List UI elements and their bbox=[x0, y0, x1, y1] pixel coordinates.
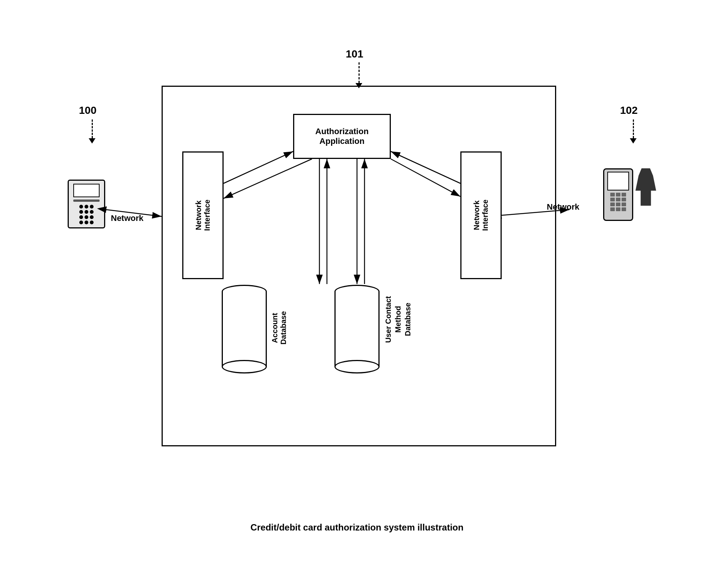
ni-right-label: NetworkInterface bbox=[472, 200, 490, 231]
ref-102-label: 102 bbox=[620, 104, 638, 116]
network-label-left: Network bbox=[111, 213, 144, 223]
cyl-mid-account bbox=[222, 292, 267, 367]
ucm-db-cylinder bbox=[334, 285, 380, 373]
phone-keys bbox=[610, 193, 626, 211]
account-db-label: AccountDatabase bbox=[271, 311, 288, 345]
ni-left-label: NetworkInterface bbox=[194, 200, 212, 231]
diagram-caption: Credit/debit card authorization system i… bbox=[251, 522, 464, 533]
auth-app-label: AuthorizationApplication bbox=[315, 127, 369, 146]
ucm-db-label: User ContactMethodDatabase bbox=[383, 296, 413, 343]
network-interface-left-box: NetworkInterface bbox=[182, 151, 224, 279]
person-silhouette bbox=[635, 168, 656, 206]
cyl-bot-ucm bbox=[334, 360, 380, 373]
arrow-102 bbox=[630, 119, 637, 144]
card-strip bbox=[73, 200, 100, 202]
cyl-bot-account bbox=[222, 360, 267, 373]
network-label-right: Network bbox=[547, 202, 579, 212]
network-interface-right-box: NetworkInterface bbox=[460, 151, 502, 279]
phone-body bbox=[603, 168, 633, 221]
card-screen bbox=[73, 184, 100, 197]
cyl-mid-ucm bbox=[334, 292, 380, 367]
arrow-101 bbox=[355, 62, 362, 88]
ref-101-label: 101 bbox=[346, 48, 363, 60]
card-device bbox=[68, 180, 105, 228]
account-db-cylinder bbox=[222, 285, 267, 373]
arrow-100 bbox=[89, 119, 95, 144]
card-dots bbox=[79, 205, 94, 224]
ref-100-label: 100 bbox=[79, 104, 97, 116]
diagram: 101 100 102 AuthorizationApplication Net… bbox=[56, 41, 658, 548]
phone-screen bbox=[607, 172, 629, 190]
phone-device bbox=[603, 168, 656, 221]
auth-app-box: AuthorizationApplication bbox=[293, 114, 391, 159]
